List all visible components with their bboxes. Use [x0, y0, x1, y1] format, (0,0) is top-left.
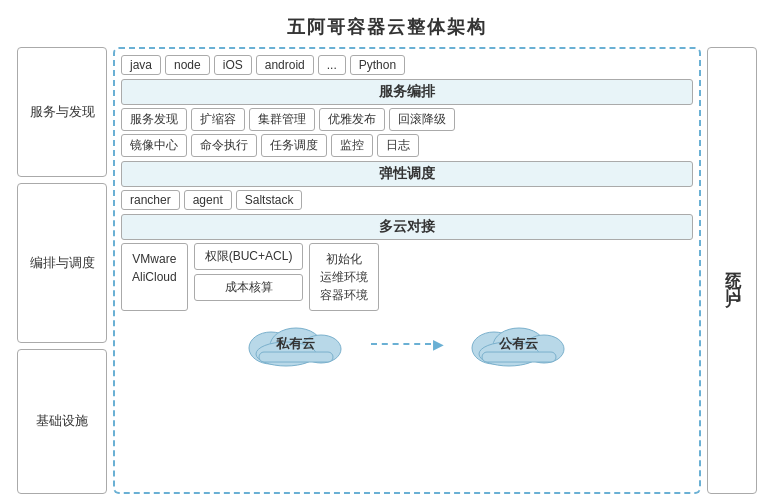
tech-python: Python [350, 55, 405, 75]
tech-node: node [165, 55, 210, 75]
svg-rect-9 [482, 352, 556, 362]
tag-monitor: 监控 [331, 134, 373, 157]
infra-label: 基础设施 [17, 349, 107, 494]
tag-saltstack: Saltstack [236, 190, 303, 210]
arrow-line [371, 343, 431, 345]
private-cloud: 私有云 [241, 316, 351, 371]
main-title: 五阿哥容器云整体架构 [287, 15, 487, 39]
tech-ios: iOS [214, 55, 252, 75]
tag-agent: agent [184, 190, 232, 210]
rights-box: 权限(BUC+ACL) [194, 243, 304, 270]
multicloud-inner: VMwareAliCloud 权限(BUC+ACL) 成本核算 初始化运维环境容… [121, 243, 693, 311]
schedule-row1: rancher agent Saltstack [121, 190, 693, 210]
tech-row: java node iOS android ... Python [121, 55, 693, 75]
service-label: 服务与发现 [17, 47, 107, 177]
tag-scale: 扩缩容 [191, 108, 245, 131]
tag-rollback: 回滚降级 [389, 108, 455, 131]
schedule-label: 编排与调度 [17, 183, 107, 343]
infra-header: 多云对接 [121, 214, 693, 240]
tag-task: 任务调度 [261, 134, 327, 157]
init-box: 初始化运维环境容器环境 [309, 243, 379, 311]
cost-box: 成本核算 [194, 274, 304, 301]
svg-rect-4 [259, 352, 333, 362]
vmware-box: VMwareAliCloud [121, 243, 188, 311]
rights-col: 权限(BUC+ACL) 成本核算 [194, 243, 304, 311]
cloud-arrow: ▶ [371, 337, 444, 351]
tag-image: 镜像中心 [121, 134, 187, 157]
tag-rancher: rancher [121, 190, 180, 210]
tag-cmd: 命令执行 [191, 134, 257, 157]
tech-java: java [121, 55, 161, 75]
private-cloud-label: 私有云 [276, 335, 315, 353]
schedule-header: 弹性调度 [121, 161, 693, 187]
middle-area: java node iOS android ... Python 服务编排 服务… [113, 47, 701, 494]
tech-android: android [256, 55, 314, 75]
service-header: 服务编排 [121, 79, 693, 105]
tag-service-discovery: 服务发现 [121, 108, 187, 131]
tech-ellipsis: ... [318, 55, 346, 75]
infra-section: 多云对接 VMwareAliCloud 权限(BUC+ACL) 成本核算 初始化… [121, 214, 693, 371]
service-section: 服务编排 服务发现 扩缩容 集群管理 优雅发布 回滚降级 镜像中心 命令执行 任… [121, 79, 693, 157]
content-area: 服务与发现 编排与调度 基础设施 java node iOS android .… [17, 47, 757, 494]
public-cloud: 公有云 [464, 316, 574, 371]
tag-cluster: 集群管理 [249, 108, 315, 131]
left-labels: 服务与发现 编排与调度 基础设施 [17, 47, 107, 494]
main-container: 五阿哥容器云整体架构 服务与发现 编排与调度 基础设施 java node iO… [17, 15, 757, 485]
public-cloud-label: 公有云 [499, 335, 538, 353]
right-label: 统一门户 [707, 47, 757, 494]
tag-log: 日志 [377, 134, 419, 157]
tag-graceful: 优雅发布 [319, 108, 385, 131]
service-row1: 服务发现 扩缩容 集群管理 优雅发布 回滚降级 [121, 108, 693, 131]
schedule-section: 弹性调度 rancher agent Saltstack [121, 161, 693, 210]
arrow-head: ▶ [433, 337, 444, 351]
service-row2: 镜像中心 命令执行 任务调度 监控 日志 [121, 134, 693, 157]
cloud-row: 私有云 ▶ [121, 316, 693, 371]
